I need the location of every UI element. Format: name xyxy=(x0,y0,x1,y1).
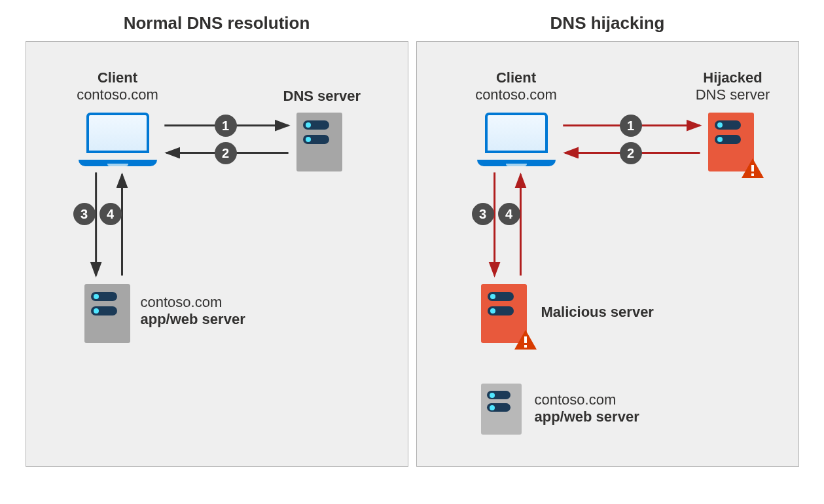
hijacked-title-text: Hijacked xyxy=(703,69,762,86)
client-label: Client contoso.com xyxy=(59,69,177,104)
dns-server-icon xyxy=(296,113,342,171)
laptop-icon-r xyxy=(477,113,556,166)
svg-rect-4 xyxy=(751,165,754,171)
step-3-badge-r: 3 xyxy=(472,203,494,225)
appweb-domain-text: contoso.com xyxy=(141,294,223,310)
step-3-badge: 3 xyxy=(73,203,96,225)
panel-hijack: DNS hijacking Client contoso.com Hijacke… xyxy=(416,13,799,467)
client-label-r: Client contoso.com xyxy=(457,69,575,104)
arrows-normal xyxy=(26,42,408,466)
hijacked-sub-text: DNS server xyxy=(696,86,770,103)
svg-rect-5 xyxy=(751,173,754,176)
panel-hijack-title: DNS hijacking xyxy=(416,13,799,33)
step-4-badge: 4 xyxy=(99,203,122,225)
hijacked-label: Hijacked DNS server xyxy=(677,69,789,104)
panel-normal: Normal DNS resolution Client contoso.com… xyxy=(26,13,408,467)
step-4-badge-r: 4 xyxy=(498,203,520,225)
dns-diagram: Normal DNS resolution Client contoso.com… xyxy=(13,13,811,467)
client-domain-text-r: contoso.com xyxy=(475,86,557,103)
client-title-text: Client xyxy=(98,69,137,86)
appweb-server-icon-r xyxy=(481,384,522,435)
warning-icon-dns xyxy=(742,158,764,178)
appweb-server-icon xyxy=(84,284,130,343)
step-2-badge-r: 2 xyxy=(620,142,642,164)
client-title-text-r: Client xyxy=(496,69,536,86)
step-2-badge: 2 xyxy=(215,142,237,164)
svg-rect-7 xyxy=(524,345,527,348)
appweb-domain-text-r: contoso.com xyxy=(535,391,617,408)
panel-normal-body: Client contoso.com DNS server xyxy=(26,41,408,467)
dns-server-label: DNS server xyxy=(283,88,401,105)
laptop-icon xyxy=(79,113,157,166)
appweb-role-text: app/web server xyxy=(141,311,245,327)
appweb-role-text-r: app/web server xyxy=(535,408,639,425)
panel-hijack-body: Client contoso.com Hijacked DNS server xyxy=(416,41,799,467)
warning-icon-malicious xyxy=(514,330,537,350)
appweb-label-r: contoso.com app/web server xyxy=(535,391,639,426)
client-domain-text: contoso.com xyxy=(77,86,158,103)
step-1-badge: 1 xyxy=(215,115,237,137)
step-1-badge-r: 1 xyxy=(620,115,642,137)
malicious-label: Malicious server xyxy=(541,304,654,321)
svg-rect-6 xyxy=(524,336,527,343)
appweb-label: contoso.com app/web server xyxy=(141,294,245,329)
panel-normal-title: Normal DNS resolution xyxy=(26,13,408,33)
